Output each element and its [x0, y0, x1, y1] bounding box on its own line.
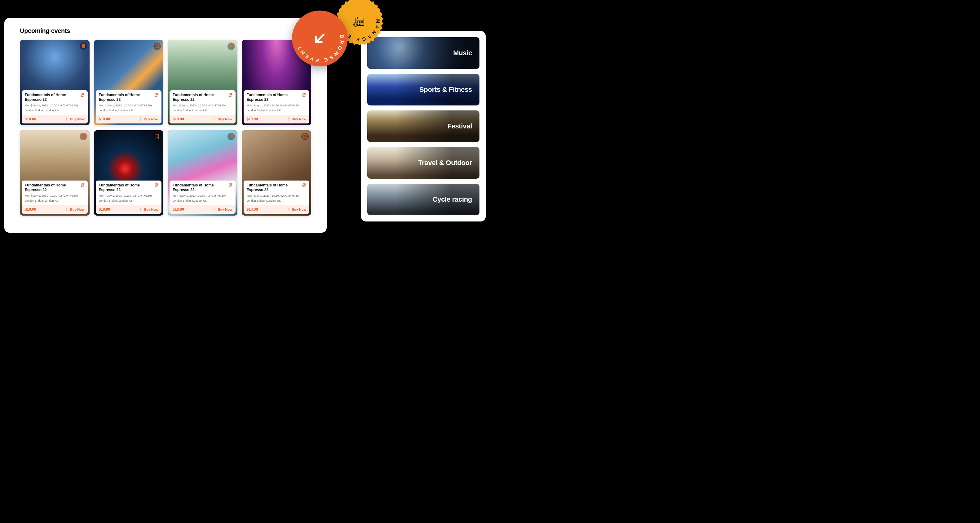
category-tile[interactable]: Cycle racing — [367, 183, 479, 215]
event-price: $10.00 — [247, 117, 258, 121]
category-tile[interactable]: Festival — [367, 110, 479, 142]
event-price: $10.00 — [25, 117, 36, 121]
browse-event-badge[interactable]: BROWSE EVENT — [292, 11, 348, 66]
bookmark-button[interactable] — [153, 133, 161, 140]
share-icon[interactable] — [302, 183, 306, 187]
share-icon[interactable] — [302, 93, 306, 97]
event-datetime: Mon | May 1, 2023 | 10:30 AM (GMT+5:30) — [173, 194, 232, 198]
buy-now-button[interactable]: Buy Now — [140, 207, 158, 211]
event-location: London Bridge, London, UK — [25, 199, 84, 203]
buy-now-button[interactable]: Buy Now — [140, 117, 158, 121]
category-tile[interactable]: Travel & Outdoor — [367, 147, 479, 179]
event-price: $10.00 — [247, 207, 258, 212]
category-label: Travel & Outdoor — [418, 159, 472, 167]
event-price: $10.00 — [173, 207, 184, 212]
svg-text:BROWSE EVENT: BROWSE EVENT — [296, 34, 345, 63]
event-datetime: Mon | May 1, 2023 | 10:30 AM (GMT+5:30) — [99, 104, 159, 107]
event-card[interactable]: Fundamentals of Home Espresso 22 Mon | M… — [20, 130, 89, 215]
buy-now-button[interactable]: Buy Now — [288, 207, 306, 211]
event-price: $10.00 — [99, 117, 110, 121]
events-title: Upcoming events — [20, 27, 70, 34]
event-title: Fundamentals of Home Espresso 22 — [247, 93, 300, 102]
event-price: $10.00 — [99, 207, 110, 212]
event-card[interactable]: Fundamentals of Home Espresso 22 Mon | M… — [94, 40, 164, 125]
buy-now-button[interactable]: Buy Now — [66, 117, 84, 121]
event-datetime: Mon | May 1, 2023 | 10:30 AM (GMT+5:30) — [25, 194, 84, 198]
event-info: Fundamentals of Home Espresso 22 Mon | M… — [170, 180, 235, 214]
share-icon[interactable] — [228, 183, 232, 187]
category-label: Sports & Fitness — [419, 86, 472, 94]
event-card[interactable]: Fundamentals of Home Espresso 22 Mon | M… — [168, 40, 237, 125]
event-title: Fundamentals of Home Espresso 22 — [99, 93, 153, 102]
event-card[interactable]: Fundamentals of Home Espresso 22 Mon | M… — [242, 130, 312, 215]
bookmark-button[interactable] — [228, 133, 235, 140]
event-card[interactable]: Fundamentals of Home Espresso 22 Mon | M… — [168, 130, 237, 215]
event-price: $10.00 — [173, 117, 184, 121]
event-datetime: Mon | May 1, 2023 | 10:30 AM (GMT+5:30) — [247, 104, 307, 107]
category-tile[interactable]: Sports & Fitness — [367, 74, 479, 105]
event-location: London Bridge, London, UK — [173, 108, 232, 112]
event-location: London Bridge, London, UK — [173, 199, 232, 203]
events-header: Upcoming events View All » — [20, 27, 311, 34]
event-datetime: Mon | May 1, 2023 | 10:30 AM (GMT+5:30) — [173, 104, 232, 107]
category-label: Festival — [447, 122, 472, 130]
events-grid: Fundamentals of Home Espresso 22 Mon | M… — [20, 40, 311, 215]
event-card[interactable]: Fundamentals of Home Espresso 22 Mon | M… — [20, 40, 89, 125]
category-label: Cycle racing — [433, 195, 472, 204]
event-datetime: Mon | May 1, 2023 | 10:30 AM (GMT+5:30) — [25, 104, 84, 107]
share-icon[interactable] — [80, 93, 84, 97]
event-location: London Bridge, London, UK — [99, 108, 159, 112]
event-info: Fundamentals of Home Espresso 22 Mon | M… — [22, 180, 88, 214]
buy-now-button[interactable]: Buy Now — [288, 117, 306, 121]
share-icon[interactable] — [80, 183, 84, 187]
event-title: Fundamentals of Home Espresso 22 — [247, 183, 300, 193]
categories-panel: MusicSports & FitnessFestivalTravel & Ou… — [361, 31, 486, 222]
event-info: Fundamentals of Home Espresso 22 Mon | M… — [22, 90, 88, 123]
event-info: Fundamentals of Home Espresso 22 Mon | M… — [243, 90, 310, 123]
event-location: London Bridge, London, UK — [25, 108, 84, 112]
event-title: Fundamentals of Home Espresso 22 — [25, 93, 78, 102]
bookmark-button[interactable] — [80, 133, 87, 140]
event-price: $10.00 — [25, 207, 36, 212]
event-info: Fundamentals of Home Espresso 22 Mon | M… — [170, 90, 235, 123]
event-info: Fundamentals of Home Espresso 22 Mon | M… — [243, 180, 310, 214]
event-location: London Bridge, London, UK — [247, 108, 307, 112]
event-location: London Bridge, London, UK — [247, 199, 307, 203]
event-title: Fundamentals of Home Espresso 22 — [99, 183, 153, 193]
bookmark-button[interactable] — [80, 43, 87, 50]
bookmark-button[interactable] — [228, 43, 235, 50]
category-tile[interactable]: Music — [367, 37, 479, 69]
event-title: Fundamentals of Home Espresso 22 — [173, 93, 226, 102]
bookmark-button[interactable] — [153, 43, 161, 50]
event-info: Fundamentals of Home Espresso 22 Mon | M… — [96, 180, 162, 214]
share-icon[interactable] — [228, 93, 232, 97]
buy-now-button[interactable]: Buy Now — [66, 207, 84, 211]
buy-now-button[interactable]: Buy Now — [214, 207, 232, 211]
event-datetime: Mon | May 1, 2023 | 10:30 AM (GMT+5:30) — [99, 194, 159, 198]
buy-now-button[interactable]: Buy Now — [214, 117, 232, 121]
share-icon[interactable] — [154, 93, 158, 97]
event-title: Fundamentals of Home Espresso 22 — [25, 183, 78, 193]
browse-event-label: BROWSE EVENT — [296, 34, 345, 63]
event-datetime: Mon | May 1, 2023 | 10:30 AM (GMT+5:30) — [247, 194, 307, 198]
event-title: Fundamentals of Home Espresso 22 — [173, 183, 226, 193]
share-icon[interactable] — [154, 183, 158, 187]
upcoming-events-panel: Upcoming events View All » Fundamentals … — [4, 18, 327, 233]
bookmark-button[interactable] — [301, 133, 309, 140]
event-card[interactable]: Fundamentals of Home Espresso 22 Mon | M… — [94, 130, 164, 215]
event-location: London Bridge, London, UK — [99, 199, 159, 203]
category-label: Music — [453, 49, 472, 57]
event-info: Fundamentals of Home Espresso 22 Mon | M… — [96, 90, 162, 123]
